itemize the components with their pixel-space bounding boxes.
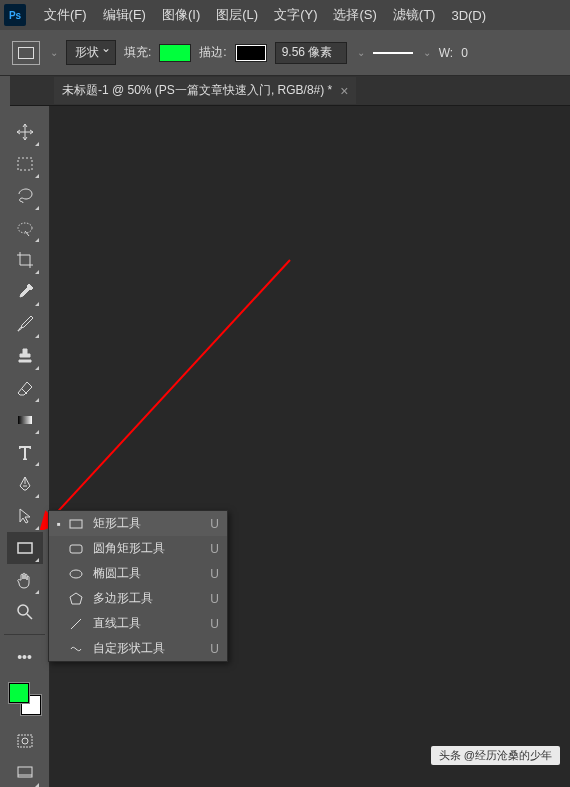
eraser-tool[interactable] — [7, 372, 43, 404]
svg-rect-9 — [70, 545, 82, 553]
foreground-color[interactable] — [9, 683, 29, 703]
menu-image[interactable]: 图像(I) — [154, 2, 208, 28]
menu-bar: Ps 文件(F) 编辑(E) 图像(I) 图层(L) 文字(Y) 选择(S) 滤… — [0, 0, 570, 30]
lasso-tool[interactable] — [7, 180, 43, 212]
svg-line-12 — [71, 619, 81, 629]
svg-rect-8 — [70, 520, 82, 528]
rectangle-icon — [67, 517, 85, 531]
color-picker[interactable] — [9, 683, 41, 715]
canvas-area[interactable] — [50, 106, 570, 787]
menu-file[interactable]: 文件(F) — [36, 2, 95, 28]
flyout-item-key: U — [210, 567, 219, 581]
menu-filter[interactable]: 滤镜(T) — [385, 2, 444, 28]
flyout-custom-shape-tool[interactable]: 自定形状工具 U — [49, 636, 227, 661]
flyout-item-label: 矩形工具 — [93, 515, 202, 532]
document-tab[interactable]: 未标题-1 @ 50% (PS一篇文章快速入门, RGB/8#) * × — [54, 77, 356, 104]
flyout-line-tool[interactable]: 直线工具 U — [49, 611, 227, 636]
rounded-rectangle-icon — [67, 542, 85, 556]
svg-marker-11 — [70, 593, 82, 604]
edit-toolbar-button[interactable]: ••• — [7, 641, 43, 673]
options-bar: ⌄ 形状 填充: 描边: ⌄ ⌄ W: 0 — [0, 30, 570, 76]
panel-collapse-handle[interactable] — [0, 76, 10, 106]
zoom-tool[interactable] — [7, 596, 43, 628]
menu-type[interactable]: 文字(Y) — [266, 2, 325, 28]
flyout-item-key: U — [210, 542, 219, 556]
flyout-item-key: U — [210, 617, 219, 631]
mode-dropdown[interactable]: 形状 — [66, 40, 116, 65]
fill-swatch[interactable] — [159, 44, 191, 62]
width-label: W: — [439, 46, 453, 60]
document-tab-bar: 未标题-1 @ 50% (PS一篇文章快速入门, RGB/8#) * × — [0, 76, 570, 106]
stroke-label: 描边: — [199, 44, 226, 61]
flyout-item-key: U — [210, 642, 219, 656]
watermark-author: @经历沧桑的少年 — [464, 749, 552, 761]
line-icon — [67, 617, 85, 631]
menu-layer[interactable]: 图层(L) — [208, 2, 266, 28]
shape-tool-flyout: 矩形工具 U 圆角矩形工具 U 椭圆工具 U 多边形工具 U 直线工具 U 自定… — [48, 510, 228, 662]
move-tool[interactable] — [7, 116, 43, 148]
type-tool[interactable] — [7, 436, 43, 468]
chevron-down-icon[interactable]: ⌄ — [423, 47, 431, 58]
path-select-tool[interactable] — [7, 500, 43, 532]
svg-rect-2 — [18, 416, 32, 424]
stamp-tool[interactable] — [7, 340, 43, 372]
chevron-down-icon[interactable]: ⌄ — [50, 47, 58, 58]
close-icon[interactable]: × — [340, 83, 348, 99]
brush-tool[interactable] — [7, 308, 43, 340]
stroke-style-button[interactable] — [373, 52, 413, 54]
flyout-item-label: 自定形状工具 — [93, 640, 202, 657]
menu-edit[interactable]: 编辑(E) — [95, 2, 154, 28]
flyout-rounded-rectangle-tool[interactable]: 圆角矩形工具 U — [49, 536, 227, 561]
toolbox: ••• — [0, 106, 50, 787]
svg-point-4 — [18, 605, 28, 615]
gradient-tool[interactable] — [7, 404, 43, 436]
crop-tool[interactable] — [7, 244, 43, 276]
flyout-rectangle-tool[interactable]: 矩形工具 U — [49, 511, 227, 536]
shape-tool[interactable] — [7, 532, 43, 564]
svg-rect-5 — [18, 735, 32, 747]
fill-label: 填充: — [124, 44, 151, 61]
svg-point-6 — [22, 738, 28, 744]
flyout-item-key: U — [210, 517, 219, 531]
tool-preset-button[interactable] — [12, 41, 40, 65]
custom-shape-icon — [67, 642, 85, 656]
menu-select[interactable]: 选择(S) — [325, 2, 384, 28]
menu-3d[interactable]: 3D(D) — [443, 4, 494, 27]
flyout-item-label: 多边形工具 — [93, 590, 202, 607]
polygon-icon — [67, 592, 85, 606]
quick-mask-button[interactable] — [7, 725, 43, 757]
flyout-item-key: U — [210, 592, 219, 606]
marquee-tool[interactable] — [7, 148, 43, 180]
svg-rect-3 — [18, 543, 32, 553]
watermark-prefix: 头条 — [439, 749, 461, 761]
stroke-width-input[interactable] — [275, 42, 347, 64]
eyedropper-tool[interactable] — [7, 276, 43, 308]
chevron-down-icon[interactable]: ⌄ — [357, 47, 365, 58]
quick-select-tool[interactable] — [7, 212, 43, 244]
width-value: 0 — [461, 46, 468, 60]
flyout-item-label: 直线工具 — [93, 615, 202, 632]
flyout-item-label: 圆角矩形工具 — [93, 540, 202, 557]
svg-point-10 — [70, 570, 82, 578]
ellipse-icon — [67, 567, 85, 581]
pen-tool[interactable] — [7, 468, 43, 500]
svg-rect-0 — [18, 158, 32, 170]
flyout-ellipse-tool[interactable]: 椭圆工具 U — [49, 561, 227, 586]
watermark: 头条 @经历沧桑的少年 — [431, 746, 560, 765]
screen-mode-button[interactable] — [7, 757, 43, 787]
flyout-item-label: 椭圆工具 — [93, 565, 202, 582]
stroke-swatch[interactable] — [235, 44, 267, 62]
tab-title: 未标题-1 @ 50% (PS一篇文章快速入门, RGB/8#) * — [62, 82, 332, 99]
photoshop-logo: Ps — [4, 4, 26, 26]
hand-tool[interactable] — [7, 564, 43, 596]
flyout-polygon-tool[interactable]: 多边形工具 U — [49, 586, 227, 611]
